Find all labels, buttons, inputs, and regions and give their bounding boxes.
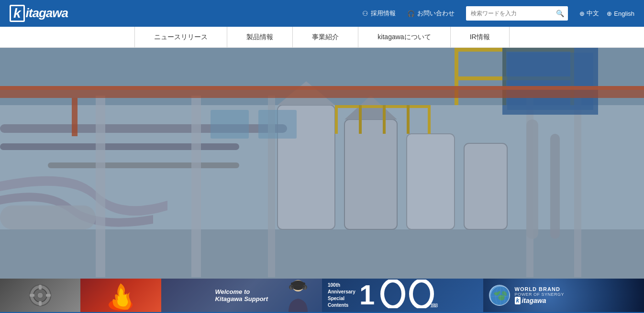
card-support-welcome-line1: Welcome to <box>215 288 268 295</box>
nav-ir[interactable]: IR情報 <box>451 27 510 47</box>
nav-bar: ニュースリリース 製品情報 事業紹介 kitagawaについて IR情報 <box>0 27 644 48</box>
contact-label: お問い合わせ <box>417 9 455 18</box>
products-img-fire <box>80 279 161 312</box>
card-anniversary-image: 100th Anniversary Special Contents 1 191… <box>322 279 483 312</box>
search-icon: 🔍 <box>556 10 564 17</box>
world-brand-logo-rest: itagawa <box>522 297 546 304</box>
nav-products[interactable]: 製品情報 <box>227 27 293 47</box>
top-bar: k itagawa ⚇ 採用情報 🎧 お問い合わせ 🔍 ⊕ 中文 ⊕ Engli… <box>0 0 644 27</box>
bottom-cards: 製品・サービス › Welcome to Kitagawa Support <box>0 279 644 313</box>
recruitment-label: 採用情報 <box>371 9 396 18</box>
world-brand-logo-k: k <box>515 297 521 304</box>
english-lang-link[interactable]: ⊕ English <box>607 10 634 17</box>
language-selector: ⊕ 中文 ⊕ English <box>579 9 634 18</box>
hero-section <box>0 48 644 279</box>
logo-k: k <box>10 5 25 22</box>
svg-rect-43 <box>39 301 42 306</box>
svg-rect-38 <box>0 48 644 279</box>
svg-rect-45 <box>46 294 51 297</box>
nav-news[interactable]: ニュースリリース <box>134 27 227 47</box>
card-support-welcome-line2: Kitagawa Support <box>215 295 268 302</box>
svg-point-55 <box>382 281 403 307</box>
search-input[interactable] <box>466 6 552 21</box>
anniversary-title: 100th Anniversary Special Contents <box>328 282 355 309</box>
card-support-image: Welcome to Kitagawa Support <box>161 279 322 312</box>
contact-link[interactable]: 🎧 お問い合わせ <box>407 9 455 18</box>
card-products[interactable]: 製品・サービス › <box>0 279 161 313</box>
world-brand-title: WORLD BRAND <box>515 286 565 292</box>
card-support-welcome-text: Welcome to Kitagawa Support <box>211 284 272 306</box>
card-support[interactable]: Welcome to Kitagawa Support お問い合わせサポート › <box>161 279 322 313</box>
svg-point-56 <box>411 281 432 307</box>
top-right-links: ⚇ 採用情報 🎧 お問い合わせ 🔍 ⊕ 中文 ⊕ English <box>362 6 634 21</box>
card-products-image <box>0 279 161 312</box>
svg-text:1: 1 <box>359 280 374 308</box>
svg-text:1918: 1918 <box>430 303 438 308</box>
svg-point-41 <box>37 292 43 298</box>
search-button[interactable]: 🔍 <box>552 6 568 21</box>
nav-items: ニュースリリース 製品情報 事業紹介 kitagawaについて IR情報 <box>134 27 509 47</box>
headphone-icon: 🎧 <box>407 10 415 17</box>
chinese-label: 中文 <box>587 9 599 18</box>
card-world-image: WORLD BRAND POWER OF SYNERGY k itagawa <box>483 279 644 312</box>
chinese-lang-link[interactable]: ⊕ 中文 <box>579 9 599 18</box>
globe-icon-cn: ⊕ <box>579 10 585 17</box>
anniversary-text: 100th Anniversary Special Contents <box>328 282 355 309</box>
recruitment-link[interactable]: ⚇ 採用情報 <box>362 9 396 18</box>
svg-rect-44 <box>30 294 34 297</box>
english-label: English <box>614 10 634 17</box>
nav-business[interactable]: 事業紹介 <box>293 27 358 47</box>
search-bar: 🔍 <box>466 6 568 21</box>
person-icon: ⚇ <box>362 10 368 17</box>
logo-area[interactable]: k itagawa <box>10 5 68 22</box>
logo-text: itagawa <box>26 6 68 21</box>
card-world[interactable]: WORLD BRAND POWER OF SYNERGY k itagawa 世… <box>483 279 644 313</box>
nav-about[interactable]: kitagawaについて <box>358 27 450 47</box>
world-brand-logo: k itagawa <box>515 297 565 304</box>
svg-rect-42 <box>39 285 42 290</box>
world-brand-text-block: WORLD BRAND POWER OF SYNERGY k itagawa <box>515 286 565 304</box>
products-img-chuck <box>0 279 80 312</box>
globe-icon-en: ⊕ <box>607 10 612 17</box>
anniversary-number: 1 1918 <box>359 280 445 311</box>
card-anniversary[interactable]: 100th Anniversary Special Contents 1 191… <box>322 279 483 313</box>
world-brand-sub: POWER OF SYNERGY <box>515 292 565 297</box>
globe-image <box>489 285 510 306</box>
